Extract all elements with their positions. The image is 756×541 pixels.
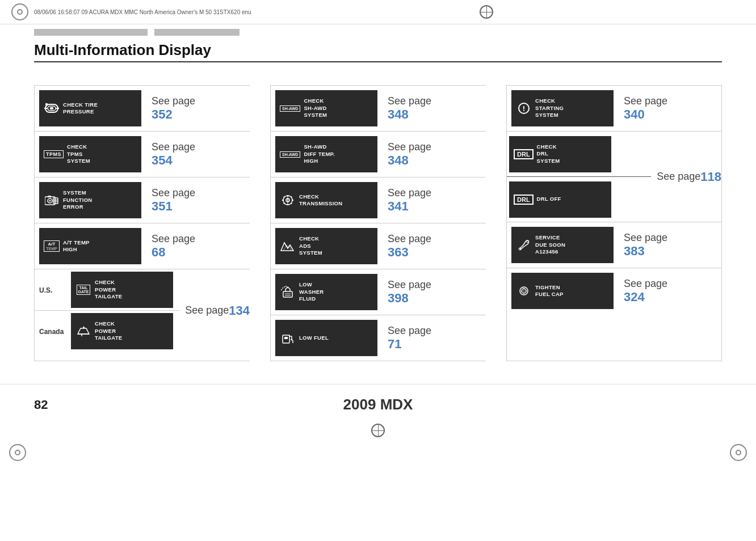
row-tailgate: U.S. TAIL GATE CHECKPOWERTAILGATE Canada	[35, 269, 250, 352]
page-num-washer: 398	[388, 291, 431, 306]
tpms-badge-icon: TPMS	[44, 150, 64, 158]
page-number: 82	[34, 398, 48, 412]
title-tab-1	[34, 29, 148, 36]
page-num-shawd: 348	[388, 107, 431, 122]
bottom-right-corner	[730, 444, 747, 461]
row-shawd-diff-temp: SH-AWD SH-AWDDIFF TEMP.HIGH See page348	[271, 132, 486, 177]
see-page-tailgate: See page134	[179, 269, 250, 352]
row-check-transmission: CHECKTRANSMISSION See page341	[271, 177, 486, 223]
see-page-starting: See page340	[618, 95, 667, 122]
svg-rect-38	[284, 337, 288, 339]
indicator-washer: LOWWASHERFLUID	[275, 274, 377, 310]
header-meta-text: 08/06/06 16:58:07 09 ACURA MDX MMC North…	[34, 9, 251, 15]
top-center-crosshair	[480, 5, 493, 19]
svg-rect-5	[45, 103, 48, 105]
washer-label: LOWWASHERFLUID	[299, 281, 324, 302]
shawd-diff-label: SH-AWDDIFF TEMP.HIGH	[304, 143, 335, 164]
indicator-tailgate-canada: CHECKPOWERTAILGATE	[71, 313, 173, 349]
page-header: 08/06/06 16:58:07 09 ACURA MDX MMC North…	[0, 0, 756, 24]
column-1: CHECK TIREPRESSURE See page352 TPMS CHEC…	[34, 85, 250, 361]
gear-warn-icon	[280, 194, 296, 206]
svg-rect-23	[292, 200, 293, 201]
shawd-diff-badge-icon: SH-AWD	[280, 151, 300, 158]
indicator-shawd: SH-AWD CHECKSH-AWDSYSTEM	[275, 90, 377, 126]
page-num-transmission: 341	[388, 199, 431, 214]
see-page-ads: See page363	[382, 233, 431, 260]
row-system-function-error: SYSTEMFUNCTIONERROR See page351	[35, 177, 250, 223]
indicator-low-fuel: LOW FUEL	[275, 320, 377, 356]
indicator-starting: ! CHECKSTARTINGSYSTEM	[511, 90, 614, 126]
see-page-washer: See page398	[382, 279, 431, 306]
wrench-service-icon	[516, 239, 532, 251]
svg-point-29	[287, 202, 288, 203]
starting-label: CHECKSTARTINGSYSTEM	[535, 98, 564, 119]
page-num-tpms: 354	[152, 153, 195, 168]
indicator-transmission: CHECKTRANSMISSION	[275, 182, 377, 218]
drl-off-label: DRL OFF	[537, 196, 561, 202]
page-num-at-temp: 68	[152, 245, 195, 260]
page-num-low-fuel: 71	[388, 337, 431, 352]
indicator-tire-pressure: CHECK TIREPRESSURE	[39, 90, 141, 126]
svg-rect-9	[48, 196, 51, 197]
bottom-left-corner	[9, 444, 26, 461]
svg-rect-20	[287, 195, 288, 197]
indicator-at-temp: A/T TEMP A/T TEMPHIGH	[39, 228, 141, 264]
bottom-crosshair-area	[0, 419, 756, 442]
page-title: Multi-Information Display	[34, 39, 722, 62]
starting-warn-icon: !	[516, 103, 532, 114]
indicator-shawd-diff: SH-AWD SH-AWDDIFF TEMP.HIGH	[275, 136, 377, 172]
svg-rect-30	[283, 291, 292, 297]
indicator-tighten-fuel-cap: TIGHTENFUEL CAP	[511, 273, 614, 309]
svg-point-8	[49, 200, 51, 202]
ads-icon	[280, 240, 296, 252]
see-page-service-due: See page383	[618, 232, 667, 259]
page-num-tailgate: 134	[229, 303, 250, 318]
tire-icon	[44, 101, 60, 116]
page-num-service-due: 383	[624, 244, 667, 259]
row-at-temp-high: A/T TEMP A/T TEMPHIGH See page68	[35, 223, 250, 269]
svg-rect-4	[50, 107, 53, 109]
indicator-drl-system: DRL CHECKDRLSYSTEM	[509, 136, 611, 172]
fuel-cap-icon	[516, 285, 532, 297]
top-left-corner-mark	[11, 3, 28, 20]
see-page-tpms: See page354	[146, 141, 195, 168]
see-page-shawd-diff: See page348	[382, 141, 431, 168]
page-title-section: Multi-Information Display	[0, 24, 756, 68]
column-2: SH-AWD CHECKSH-AWDSYSTEM See page348 SH-…	[270, 85, 486, 361]
page-num-ads: 363	[388, 245, 431, 260]
see-page-tighten-fuel-cap: See page324	[618, 278, 667, 305]
svg-rect-22	[282, 200, 284, 201]
row-low-washer: LOWWASHERFLUID See page398	[271, 269, 486, 315]
column-3: ! CHECKSTARTINGSYSTEM See page340 DRL CH…	[506, 85, 722, 361]
indicator-tpms: TPMS CHECKTPMSSYSTEM	[39, 136, 141, 172]
fuel-pump-icon	[280, 332, 296, 344]
svg-point-35	[285, 286, 287, 287]
page-num-shawd-diff: 348	[388, 153, 431, 168]
see-page-system-function: See page351	[146, 187, 195, 214]
row-tighten-fuel-cap: TIGHTENFUEL CAP See page324	[507, 268, 721, 314]
system-function-label: SYSTEMFUNCTIONERROR	[63, 189, 92, 210]
row-check-shawd: SH-AWD CHECKSH-AWDSYSTEM See page348	[271, 86, 486, 132]
shawd-label: CHECKSH-AWDSYSTEM	[304, 98, 327, 119]
page-num-tighten-fuel-cap: 324	[624, 290, 667, 305]
row-check-tpms: TPMS CHECKTPMSSYSTEM See page354	[35, 132, 250, 177]
camera-icon	[44, 195, 60, 206]
washer-icon	[280, 286, 296, 298]
tailgate-badge-icon: TAIL GATE	[75, 285, 91, 295]
see-page-at-temp: See page68	[146, 233, 195, 260]
see-page-low-fuel: See page71	[382, 325, 431, 352]
tighten-fuel-cap-label: TIGHTENFUEL CAP	[535, 284, 564, 298]
service-due-label: SERVICEDUE SOONA123456	[535, 234, 565, 255]
at-temp-label: A/T TEMPHIGH	[63, 239, 90, 253]
row-check-starting: ! CHECKSTARTINGSYSTEM See page340	[507, 86, 721, 132]
indicator-system-function: SYSTEMFUNCTIONERROR	[39, 182, 141, 218]
tire-pressure-label: CHECK TIREPRESSURE	[63, 102, 98, 116]
drl-off-badge-icon: DRL	[514, 195, 534, 205]
title-tab-2	[154, 29, 240, 36]
svg-point-34	[284, 286, 285, 288]
tailgate-us-label: CHECKPOWERTAILGATE	[95, 279, 123, 300]
svg-rect-21	[287, 204, 288, 205]
drl-system-label: CHECKDRLSYSTEM	[537, 143, 560, 164]
see-page-transmission: See page341	[382, 187, 431, 214]
shawd-badge-icon: SH-AWD	[280, 105, 300, 112]
